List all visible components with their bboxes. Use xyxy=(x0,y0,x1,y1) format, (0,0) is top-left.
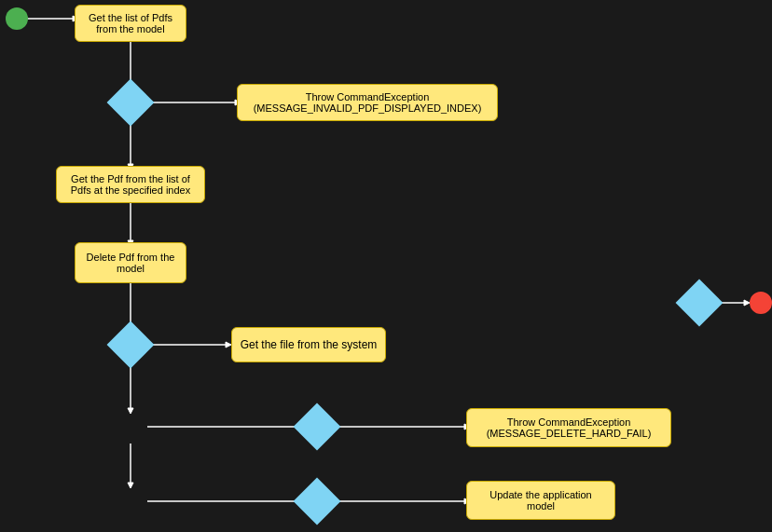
svg-marker-19 xyxy=(128,483,133,488)
box-update: Update the application model xyxy=(466,481,615,520)
diamond-1 xyxy=(107,79,155,127)
diamond-end xyxy=(676,280,724,327)
end-node xyxy=(750,292,772,314)
svg-marker-15 xyxy=(128,408,133,414)
box-throw-delete: Throw CommandException (MESSAGE_DELETE_H… xyxy=(466,408,671,447)
box-get-pdf: Get the Pdf from the list of Pdfs at the… xyxy=(56,166,205,203)
box-delete-pdf: Delete Pdf from the model xyxy=(75,242,186,283)
diamond-3 xyxy=(294,403,341,451)
diamond-2 xyxy=(107,321,155,369)
diamond-4 xyxy=(294,478,341,525)
box-throw-invalid: Throw CommandException (MESSAGE_INVALID_… xyxy=(237,84,498,121)
start-node xyxy=(6,7,28,30)
box-get-file: Get the file from the system xyxy=(231,327,386,362)
flowchart-canvas: Get the list of Pdfs from the model Thro… xyxy=(0,0,772,532)
box-get-list: Get the list of Pdfs from the model xyxy=(75,5,186,42)
